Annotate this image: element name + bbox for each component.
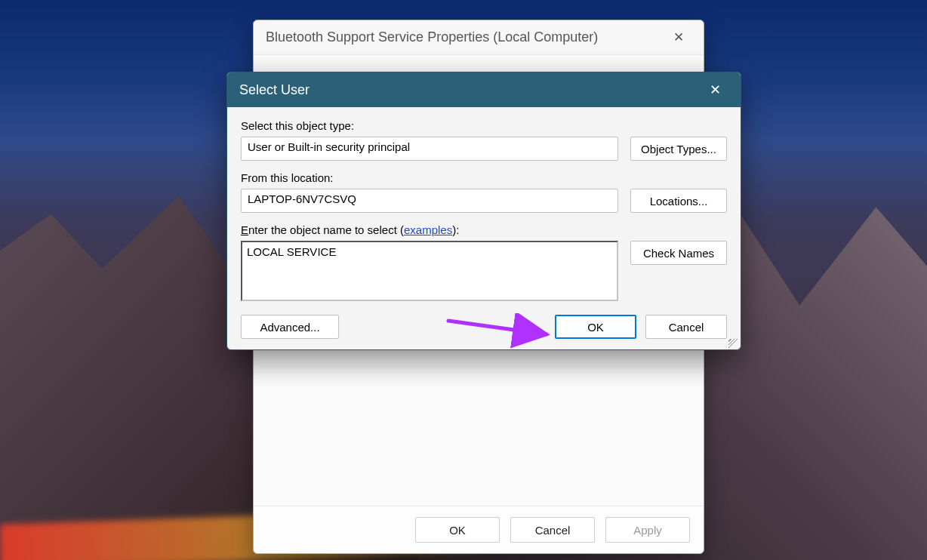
object-type-field[interactable]: User or Built-in security principal <box>241 137 618 161</box>
examples-link[interactable]: examples <box>404 223 452 236</box>
ok-button[interactable]: OK <box>555 315 636 339</box>
enter-underline: E <box>241 223 248 236</box>
select-user-footer: Advanced... OK Cancel <box>241 315 727 339</box>
advanced-button[interactable]: Advanced... <box>241 315 339 339</box>
close-icon[interactable]: ✕ <box>702 78 728 101</box>
parent-ok-button[interactable]: OK <box>415 517 500 543</box>
locations-button[interactable]: Locations... <box>630 189 727 213</box>
select-user-titlebar[interactable]: Select User ✕ <box>227 72 741 107</box>
service-properties-footer: OK Cancel Apply <box>254 506 704 553</box>
object-name-input[interactable] <box>241 241 618 301</box>
select-user-title: Select User <box>239 82 310 98</box>
from-location-label: From this location: <box>241 171 727 184</box>
from-location-field[interactable]: LAPTOP-6NV7CSVQ <box>241 189 618 213</box>
object-type-label: Select this object type: <box>241 119 727 132</box>
select-user-body: Select this object type: User or Built-i… <box>227 107 741 349</box>
parent-apply-button[interactable]: Apply <box>605 517 690 543</box>
close-icon[interactable]: ✕ <box>666 26 691 48</box>
parent-cancel-button[interactable]: Cancel <box>510 517 595 543</box>
service-properties-titlebar[interactable]: Bluetooth Support Service Properties (Lo… <box>254 20 704 55</box>
cancel-button[interactable]: Cancel <box>645 315 727 339</box>
enter-object-name-label: Enter the object name to select (example… <box>241 223 727 236</box>
resize-grip-icon[interactable] <box>728 339 738 348</box>
check-names-button[interactable]: Check Names <box>630 241 727 265</box>
object-types-button[interactable]: Object Types... <box>630 137 727 161</box>
service-properties-title: Bluetooth Support Service Properties (Lo… <box>266 29 598 45</box>
select-user-dialog: Select User ✕ Select this object type: U… <box>226 72 741 350</box>
